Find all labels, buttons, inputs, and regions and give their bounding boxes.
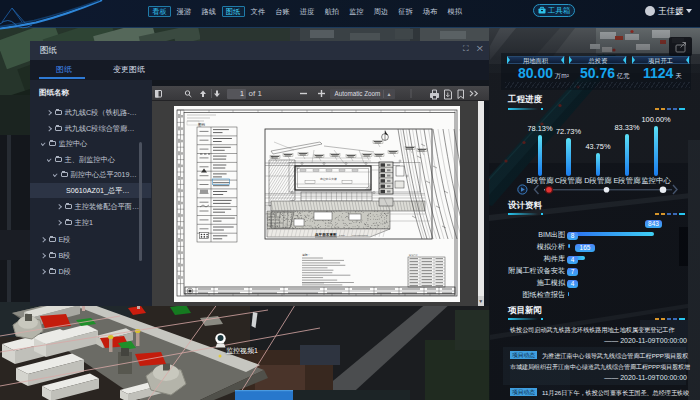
svg-text:监控中心大楼: 监控中心大楼: [320, 177, 337, 181]
svg-text:总平面布置图: 总平面布置图: [314, 232, 337, 237]
svg-text:说明：: 说明：: [302, 253, 310, 257]
svg-text:ProjectStandardM: ProjectStandardM: [352, 234, 368, 236]
svg-text:1:500: 1:500: [339, 234, 345, 236]
